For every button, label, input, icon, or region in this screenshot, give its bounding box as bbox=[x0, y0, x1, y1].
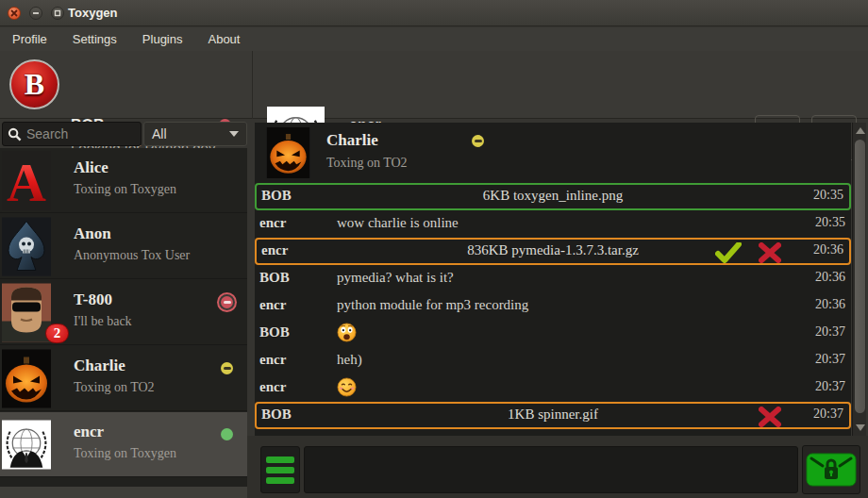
busy-status-icon bbox=[221, 296, 233, 308]
minimize-icon bbox=[32, 9, 40, 17]
message-time: 20:35 bbox=[815, 215, 845, 230]
contact-filter-dropdown[interactable]: All bbox=[143, 122, 247, 146]
decline-file-button[interactable] bbox=[759, 242, 781, 263]
message-time: 20:35 bbox=[813, 188, 843, 203]
window-title: Toxygen bbox=[68, 6, 118, 20]
contact-name: Anon bbox=[74, 224, 111, 243]
message-row: BOB pymedia? what is it? 20:36 bbox=[255, 265, 851, 292]
contact-status-message: Toxing on TO2 bbox=[74, 380, 155, 395]
file-name: 6KB toxygen_inline.png bbox=[257, 188, 849, 204]
titlebar: Toxygen bbox=[0, 0, 868, 26]
chat-menu-button[interactable] bbox=[260, 446, 300, 493]
contact-row-charlie[interactable]: Charlie Toxing on TO2 bbox=[0, 346, 247, 411]
svg-text:A: A bbox=[7, 152, 46, 211]
message-row: encr wow charlie is online 20:35 bbox=[255, 210, 851, 238]
file-transfer-row[interactable]: BOB 6KB toxygen_inline.png 20:35 bbox=[255, 183, 851, 210]
scrollbar-thumb[interactable] bbox=[855, 140, 865, 413]
message-sender: encr bbox=[259, 215, 286, 231]
cancel-file-button[interactable] bbox=[759, 407, 781, 427]
contact-name: Charlie bbox=[74, 357, 125, 375]
message-sender: encr bbox=[259, 297, 286, 313]
shocked-emoji bbox=[337, 323, 357, 342]
away-status-icon bbox=[472, 135, 484, 147]
conversation-peer-name: Charlie bbox=[326, 131, 378, 150]
contact-row-alice[interactable]: A Alice Toxing on Toxygen bbox=[0, 148, 247, 213]
contact-row-encr[interactable]: encr Toxing on Toxygen bbox=[0, 412, 247, 477]
header-divider bbox=[252, 51, 253, 119]
encr-avatar bbox=[2, 415, 51, 474]
scroll-down-button[interactable] bbox=[855, 423, 865, 433]
menu-plugins[interactable]: Plugins bbox=[134, 28, 192, 50]
arrow-down-icon bbox=[856, 424, 865, 431]
minimize-button[interactable] bbox=[29, 7, 42, 20]
contact-status-message: I'll be back bbox=[74, 314, 132, 329]
arrow-up-icon bbox=[856, 127, 865, 134]
anon-avatar bbox=[2, 217, 51, 276]
message-time: 20:37 bbox=[815, 324, 845, 340]
message-text: python module for mp3 recording bbox=[337, 297, 528, 313]
maximize-button[interactable] bbox=[51, 7, 64, 20]
close-icon bbox=[10, 9, 18, 17]
send-encrypted-icon bbox=[806, 452, 857, 488]
message-text: wow charlie is online bbox=[337, 215, 459, 231]
unread-badge: 2 bbox=[45, 324, 69, 343]
message-time: 20:37 bbox=[815, 352, 845, 367]
message-time: 20:37 bbox=[815, 379, 845, 394]
alice-avatar: A bbox=[2, 151, 51, 210]
search-icon bbox=[8, 127, 22, 141]
file-transfer-row[interactable]: encr 836KB pymedia-1.3.7.3.tar.gz 20:36 bbox=[255, 238, 851, 265]
message-time: 20:36 bbox=[815, 270, 845, 285]
maximize-icon bbox=[54, 9, 61, 17]
message-sender: encr bbox=[259, 379, 286, 395]
message-list: BOB 6KB toxygen_inline.png 20:35 encr wo… bbox=[255, 183, 851, 429]
chevron-down-icon bbox=[229, 131, 239, 137]
menu-profile[interactable]: Profile bbox=[4, 28, 56, 50]
online-status-icon bbox=[221, 428, 233, 440]
contact-row-t800[interactable]: T-800 I'll be back 2 bbox=[0, 280, 247, 345]
message-sender: BOB bbox=[259, 324, 290, 340]
search-input[interactable] bbox=[26, 126, 136, 141]
send-button[interactable] bbox=[802, 445, 860, 494]
contact-name: encr bbox=[74, 423, 104, 441]
file-transfer-row[interactable]: BOB 1KB spinner.gif 20:37 bbox=[255, 402, 851, 429]
header: B BOB Looking for Python dev… encr Toxin… bbox=[0, 51, 868, 119]
hamburger-icon bbox=[266, 456, 294, 463]
message-row: BOB 20:37 bbox=[255, 320, 851, 347]
smile-emoji bbox=[337, 377, 357, 397]
menu-about[interactable]: About bbox=[199, 28, 248, 50]
charlie-avatar bbox=[261, 127, 315, 178]
message-row: encr 20:37 bbox=[255, 374, 851, 402]
scroll-up-button[interactable] bbox=[855, 125, 865, 136]
message-row: encr heh) 20:37 bbox=[255, 347, 851, 374]
conversation-peer-status: Toxing on TO2 bbox=[326, 156, 408, 171]
contact-status-message: Toxing on Toxygen bbox=[74, 182, 176, 197]
message-sender: encr bbox=[259, 352, 286, 368]
contact-list: A Alice Toxing on Toxygen Anon Anonymous… bbox=[0, 148, 247, 487]
left-panel-footer bbox=[0, 487, 247, 498]
message-input[interactable] bbox=[304, 446, 798, 493]
contact-status-message: Toxing on Toxygen bbox=[74, 446, 176, 461]
menu-settings[interactable]: Settings bbox=[64, 28, 125, 50]
t800-avatar bbox=[2, 283, 51, 342]
contact-status-message: Anonymous Tox User bbox=[74, 248, 190, 263]
search-box bbox=[2, 122, 142, 146]
away-status-icon bbox=[221, 362, 233, 374]
contact-row-anon[interactable]: Anon Anonymous Tox User bbox=[0, 214, 247, 279]
accept-file-button[interactable] bbox=[715, 242, 742, 263]
contact-filter-value: All bbox=[152, 126, 229, 141]
chat-scrollbar[interactable] bbox=[852, 123, 866, 436]
message-text: pymedia? what is it? bbox=[337, 270, 454, 286]
contact-name: Alice bbox=[74, 158, 108, 177]
message-time: 20:37 bbox=[813, 407, 843, 422]
message-time: 20:36 bbox=[815, 297, 845, 312]
close-button[interactable] bbox=[8, 7, 21, 20]
self-avatar-letter: B bbox=[25, 67, 44, 102]
charlie-avatar bbox=[2, 349, 51, 408]
message-sender: BOB bbox=[259, 270, 290, 286]
contact-name: T-800 bbox=[74, 290, 112, 309]
message-time: 20:36 bbox=[813, 242, 843, 257]
chat-area: Charlie Toxing on TO2 BOB 6KB toxygen_in… bbox=[255, 123, 851, 436]
self-avatar[interactable]: B bbox=[9, 59, 59, 109]
message-row: encr python module for mp3 recording 20:… bbox=[255, 292, 851, 320]
menubar: Profile Settings Plugins About bbox=[0, 27, 868, 51]
